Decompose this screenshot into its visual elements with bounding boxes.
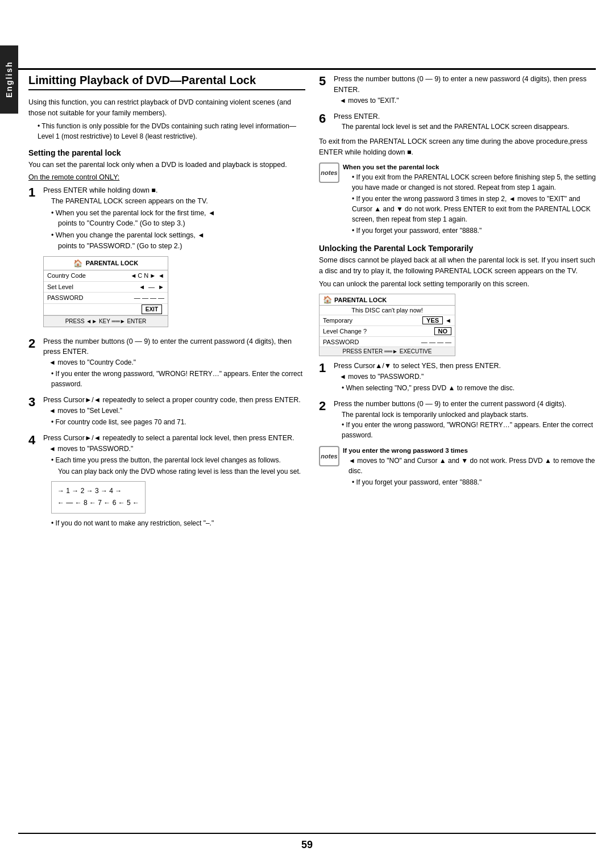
step-1-content: Press ENTER while holding down ■. The PA… — [43, 185, 305, 332]
step-6-sub: The parental lock level is set and the P… — [334, 122, 596, 132]
unlock-row-level: Level Change ? NO — [320, 326, 455, 337]
unlock-step-1-content: Press Cursor▲/▼ to select YES, then pres… — [334, 361, 596, 394]
step-2-content: Press the number buttons (0 — 9) to ente… — [43, 336, 305, 391]
lock-box-footer: PRESS ◄► KEY ══► ENTER — [44, 315, 168, 327]
notes-box-2: notes If you enter the wrong password 3 … — [319, 446, 596, 489]
level-change-label: Level Change ? — [323, 328, 434, 335]
country-code-value: ◄ C N ► — [130, 271, 156, 281]
password-value: — — — — — [134, 293, 164, 303]
step-4-bullet2: If you do not want to make any restricti… — [43, 518, 305, 528]
page-number: 59 — [301, 839, 313, 851]
notes-box-1: notes When you set the parental lock If … — [319, 162, 596, 237]
step-1-number: 1 — [28, 185, 41, 200]
step-3-arrow: ◄ moves to "Set Level." — [43, 406, 305, 416]
parental-lock-box: 🏠 PARENTAL LOCK Country Code ◄ C N ► ◄ — [43, 256, 168, 327]
notes-icon-1: notes — [319, 162, 339, 183]
lock-box-title: 🏠 PARENTAL LOCK — [44, 257, 168, 271]
sidebar-label: English — [5, 61, 14, 98]
unlock-step-1-text: Press Cursor▲/▼ to select YES, then pres… — [334, 362, 501, 370]
home-icon: 🏠 — [73, 258, 82, 269]
unlock-body1: Some discs cannot be played back at all … — [319, 255, 596, 277]
unlock-password-value: — — — — — [421, 339, 451, 345]
step-3-content: Press Cursor►/◄ repeatedly to select a p… — [43, 395, 305, 428]
step-4-number: 4 — [28, 433, 41, 448]
unlock-step-2-sub: The parental lock is temporarily unlocke… — [334, 410, 596, 420]
step-6-content: Press ENTER. The parental lock level is … — [334, 111, 596, 132]
lock-box-row-level: Set Level ◄ — ► — [44, 282, 168, 293]
unlock-step-2-number: 2 — [319, 399, 331, 414]
unlock-home-icon: 🏠 — [323, 295, 332, 304]
notes1-bullet3: If you forget your password, enter "8888… — [343, 226, 596, 236]
arrow-left-icon2: ◄ — [197, 231, 204, 239]
section1-body: You can set the parental lock only when … — [28, 160, 305, 170]
set-level-label: Set Level — [47, 282, 139, 292]
unlock-footer-text: PRESS ENTER ══► EXECUTIVE — [343, 348, 432, 354]
notes2-heading: If you enter the wrong password 3 times — [343, 446, 596, 456]
step-1-text: Press ENTER while holding down — [43, 186, 150, 194]
notes1-bullet1: If you exit from the PARENTAL LOCK scree… — [343, 172, 596, 193]
level-row-1: → 1 → 2 → 3 → 4 → — [57, 485, 139, 498]
password-label: PASSWORD — [47, 293, 134, 303]
set-level-value: ◄ — ► — [139, 282, 164, 292]
unlock-heading: Unlocking the Parental Lock Temporarily — [319, 244, 596, 253]
right-column: 5 Press the number buttons (0 — 9) to en… — [319, 74, 596, 534]
unlock-step-1-arrow1: ◄ moves to "PASSWORD." — [334, 372, 596, 382]
step-1-bullet2-text: When you change the parental lock settin… — [56, 231, 196, 239]
step-6-number: 6 — [319, 111, 331, 126]
notes2-arrow: ◄ moves to "NO" and Cursor ▲ and ▼ do no… — [343, 456, 596, 476]
step-6-text: Press ENTER. — [334, 112, 380, 120]
step-2: 2 Press the number buttons (0 — 9) to en… — [28, 336, 305, 391]
unlock-row-password: PASSWORD — — — — — [320, 337, 455, 347]
unlock-box: 🏠 PARENTAL LOCK This DISC can't play now… — [319, 294, 455, 356]
bottom-rule — [18, 833, 596, 834]
lock-box-row-country: Country Code ◄ C N ► ◄ — [44, 270, 168, 282]
notes-content-1: When you set the parental lock If you ex… — [343, 162, 596, 237]
step-2-arrow: ◄ moves to "Country Code." — [43, 357, 305, 368]
page-title: Limitting Playback of DVD—Parental Lock — [28, 74, 305, 90]
unlock-password-label: PASSWORD — [323, 339, 421, 345]
step-5-arrow: ◄ moves to "EXIT." — [334, 95, 596, 106]
unlock-box-title-text: PARENTAL LOCK — [334, 297, 387, 303]
step-4-bullet1: Each time you press the button, the pare… — [43, 455, 305, 465]
unlock-subtitle: This DISC can't play now! — [320, 306, 455, 315]
step-3-bullet: For country code list, see pages 70 and … — [43, 417, 305, 427]
unlock-step-1-number: 1 — [319, 361, 331, 375]
step-3: 3 Press Cursor►/◄ repeatedly to select a… — [28, 395, 305, 428]
notes2-bullet: If you forget your password, enter "8888… — [343, 477, 596, 487]
step-1-bullet1: • When you set the parental lock for the… — [43, 208, 305, 219]
notes-icon-2: notes — [319, 446, 339, 466]
remote-only: On the remote control ONLY: — [28, 172, 305, 183]
level-change-value: NO — [434, 327, 452, 335]
left-arrow-icon2: ◄ — [139, 282, 145, 292]
country-code-text: C N — [138, 271, 148, 281]
left-arrow-icon: ◄ — [130, 271, 136, 281]
step-5-content: Press the number buttons (0 — 9) to ente… — [334, 74, 596, 107]
section1-heading: Setting the parental lock — [28, 148, 305, 157]
notes1-heading: When you set the parental lock — [343, 162, 596, 172]
right-arrow-icon: ► — [150, 271, 156, 281]
step-1: 1 Press ENTER while holding down ■. The … — [28, 185, 305, 332]
lock-box-row-password: PASSWORD — — — — — [44, 293, 168, 304]
step-4-arrow: ◄ moves to "PASSWORD." — [43, 444, 305, 454]
top-rule — [18, 68, 596, 70]
notes1-bullet2: If you enter the wrong password 3 times … — [343, 194, 596, 224]
exit-button: EXIT — [142, 304, 162, 314]
temporary-label: Temporary — [323, 317, 422, 324]
step-1-bullet1-text: When you set the parental lock for the f… — [56, 209, 206, 217]
arrow-left-indicator: ◄ — [158, 271, 164, 281]
level-diagram: → 1 → 2 → 3 → 4 → ← — ← 8 ← 7 ← 6 ← 5 ← — [51, 481, 146, 514]
unlock-step-2: 2 Press the number buttons (0 — 9) to en… — [319, 399, 596, 441]
step-1-sub1: The PARENTAL LOCK screen appears on the … — [43, 196, 305, 207]
step-3-text: Press Cursor►/◄ repeatedly to select a p… — [43, 396, 301, 404]
country-code-label: Country Code — [47, 271, 130, 281]
unlock-arrow-1: ◄ — [445, 317, 451, 324]
left-column: Limitting Playback of DVD—Parental Lock … — [28, 74, 305, 534]
unlock-step-1-bullet1: When selecting "NO," press DVD ▲ to remo… — [334, 383, 596, 393]
step-1-bullet1b: points to "Country Code." (Go to step 3.… — [43, 218, 305, 229]
unlock-row-temporary: Temporary YES ◄ — [320, 315, 455, 326]
unlock-step-2-text: Press the number buttons (0 — 9) to ente… — [334, 400, 566, 408]
arrow-left-icon: ◄ — [208, 209, 215, 217]
unlock-body2: You can unlock the parental lock setting… — [319, 279, 596, 290]
lock-box-exit-row: EXIT — [44, 304, 168, 315]
stop-icon: ■. — [150, 186, 158, 194]
